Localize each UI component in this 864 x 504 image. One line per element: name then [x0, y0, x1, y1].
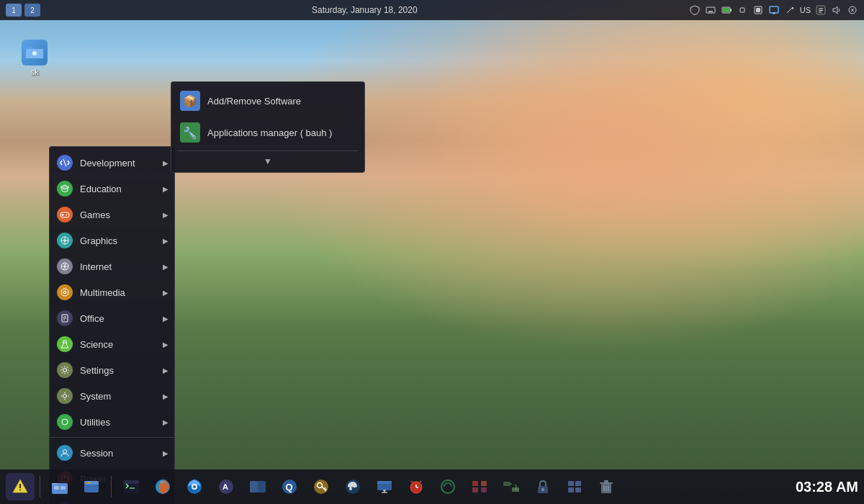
- taskbar-clock: 03:28 AM: [796, 479, 858, 495]
- svg-rect-103: [575, 481, 581, 486]
- svg-rect-12: [756, 8, 760, 12]
- education-label: Education: [80, 184, 167, 194]
- office-arrow: ▶: [163, 315, 168, 323]
- svg-point-46: [63, 369, 67, 372]
- folder-label: sk: [31, 68, 39, 76]
- workspace-2[interactable]: 2: [24, 4, 40, 17]
- folder-icon: [22, 40, 48, 66]
- taskbar-window-btn[interactable]: [77, 473, 106, 500]
- settings-arrow: ▶: [163, 366, 168, 374]
- taskbar-firefox-btn[interactable]: [148, 473, 177, 500]
- multimedia-icon: [57, 284, 73, 300]
- power-indicator-icon[interactable]: [847, 4, 858, 16]
- taskbar-remote-btn[interactable]: [370, 473, 399, 500]
- locale-display: US: [800, 6, 811, 14]
- session-arrow: ▶: [163, 449, 168, 457]
- keyboard-tray-icon[interactable]: [705, 4, 716, 16]
- taskbar-keepass-btn[interactable]: [307, 473, 336, 500]
- menu-item-science[interactable]: Science ▶: [50, 331, 174, 357]
- games-label: Games: [80, 210, 167, 220]
- taskbar-terminal-btn[interactable]: [117, 473, 145, 500]
- svg-point-101: [541, 488, 544, 491]
- taskbar-double-cmd-btn[interactable]: [243, 473, 272, 500]
- taskbar-menu-btn[interactable]: [6, 473, 35, 500]
- top-taskbar: 1 2 Saturday, January 18, 2020: [0, 0, 864, 20]
- taskbar-lock-btn[interactable]: [528, 473, 557, 500]
- taskbar-add-app-btn[interactable]: [465, 473, 494, 500]
- taskbar-qbittorrent-btn[interactable]: Q: [275, 473, 304, 500]
- home-folder-icon[interactable]: sk: [13, 40, 56, 76]
- svg-rect-98: [503, 482, 510, 486]
- internet-arrow: ▶: [163, 263, 168, 271]
- svg-line-26: [63, 159, 66, 166]
- svg-point-30: [66, 214, 68, 215]
- internet-label: Internet: [80, 261, 167, 272]
- office-icon: [57, 310, 73, 326]
- menu-item-settings[interactable]: Settings ▶: [50, 357, 174, 383]
- taskbar-steam-btn[interactable]: [338, 473, 367, 500]
- workspace-switcher: 1 2: [6, 4, 40, 17]
- taskbar-switch-btn[interactable]: [497, 473, 526, 500]
- svg-rect-102: [568, 481, 574, 486]
- taskbar-file-manager-btn[interactable]: [45, 473, 74, 500]
- menu-divider-1: [50, 437, 174, 438]
- games-arrow: ▶: [163, 211, 168, 219]
- graphics-icon: [57, 233, 73, 248]
- menu-item-graphics[interactable]: Graphics ▶: [50, 228, 174, 253]
- taskbar-email-btn[interactable]: [180, 473, 209, 500]
- storage-tray-icon[interactable]: [752, 4, 764, 16]
- settings-icon: [57, 362, 73, 378]
- svg-rect-96: [472, 487, 478, 492]
- svg-rect-104: [568, 487, 574, 492]
- education-icon: [57, 181, 73, 197]
- menu-item-multimedia[interactable]: Multimedia ▶: [50, 279, 174, 305]
- svg-point-55: [19, 490, 21, 491]
- session-icon: [57, 445, 73, 461]
- menu-item-education[interactable]: Education ▶: [50, 176, 174, 202]
- taskbar-sep-2: [111, 476, 112, 498]
- submenu-app-manager[interactable]: 🔧 Applications manager ( bauh ): [171, 117, 364, 148]
- system-icon: [57, 388, 73, 404]
- svg-rect-105: [575, 487, 581, 492]
- internet-icon: [57, 258, 73, 274]
- notifications-tray-icon[interactable]: [815, 4, 827, 16]
- utilities-icon: [57, 414, 73, 430]
- menu-item-office[interactable]: Office ▶: [50, 305, 174, 331]
- svg-rect-94: [472, 481, 478, 486]
- session-label: Session: [80, 448, 167, 459]
- submenu-add-remove[interactable]: 📦 Add/Remove Software: [171, 85, 364, 117]
- svg-point-63: [90, 482, 91, 484]
- app-menu: Development ▶ Education ▶ Games ▶ Graphi…: [49, 146, 175, 504]
- taskbar-timeshift-btn[interactable]: [433, 473, 462, 500]
- display-tray-icon[interactable]: [768, 4, 780, 16]
- submenu-more: ▼: [171, 153, 364, 169]
- menu-item-utilities[interactable]: Utilities ▶: [50, 409, 174, 435]
- svg-point-93: [441, 480, 454, 493]
- education-arrow: ▶: [163, 185, 168, 193]
- add-remove-icon: 📦: [180, 91, 200, 111]
- menu-item-development[interactable]: Development ▶: [50, 150, 174, 176]
- svg-rect-8: [730, 9, 732, 12]
- workspace-1[interactable]: 1: [6, 4, 22, 17]
- science-label: Science: [80, 339, 167, 350]
- taskbar-alarm-btn[interactable]: [402, 473, 431, 500]
- battery-tray-icon[interactable]: [721, 4, 732, 16]
- settings-label: Settings: [80, 365, 167, 376]
- pen-tray-icon[interactable]: [784, 4, 796, 16]
- shield-tray-icon[interactable]: [689, 4, 701, 16]
- taskbar-app-grid-btn[interactable]: [560, 473, 589, 500]
- development-arrow: ▶: [163, 159, 168, 167]
- menu-item-system[interactable]: System ▶: [50, 383, 174, 409]
- taskbar-trash-btn[interactable]: [592, 473, 621, 500]
- svg-rect-95: [481, 481, 487, 486]
- svg-rect-57: [54, 486, 59, 490]
- menu-item-internet[interactable]: Internet ▶: [50, 253, 174, 279]
- menu-item-session[interactable]: Session ▶: [50, 440, 174, 466]
- network-tray-icon[interactable]: [737, 4, 748, 16]
- taskbar-typewriter-btn[interactable]: A: [212, 473, 240, 500]
- svg-rect-0: [706, 7, 715, 13]
- volume-tray-icon[interactable]: [831, 4, 842, 16]
- menu-item-games[interactable]: Games ▶: [50, 202, 174, 228]
- datetime-display: Saturday, January 18, 2020: [312, 5, 418, 15]
- app-manager-label: Applications manager ( bauh ): [207, 127, 332, 138]
